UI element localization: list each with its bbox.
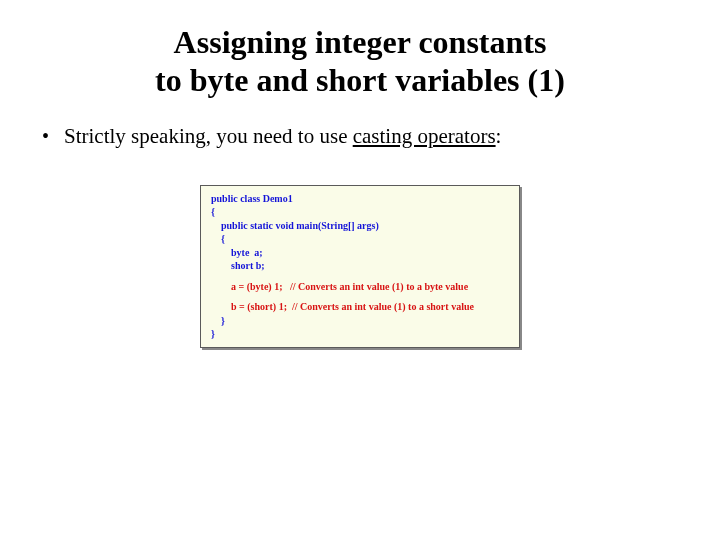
page-title: Assigning integer constants to byte and … bbox=[40, 24, 680, 100]
code-line: } bbox=[211, 327, 509, 341]
bullet-suffix: : bbox=[496, 124, 502, 148]
code-box: public class Demo1 { public static void … bbox=[200, 185, 520, 348]
code-line: } bbox=[211, 314, 509, 328]
code-line: public class Demo1 bbox=[211, 192, 509, 206]
title-line-1: Assigning integer constants bbox=[174, 24, 547, 60]
slide: Assigning integer constants to byte and … bbox=[0, 0, 720, 540]
title-line-2: to byte and short variables (1) bbox=[155, 62, 565, 98]
bullet-dot-icon: • bbox=[42, 126, 64, 146]
bullet-item: • Strictly speaking, you need to use cas… bbox=[40, 124, 680, 149]
code-box-container: public class Demo1 { public static void … bbox=[40, 185, 680, 348]
code-line: { bbox=[211, 205, 509, 219]
code-line-highlight: a = (byte) 1; // Converts an int value (… bbox=[211, 280, 509, 294]
bullet-text: Strictly speaking, you need to use casti… bbox=[64, 124, 501, 149]
bullet-underlined: casting operators bbox=[353, 124, 496, 148]
bullet-prefix: Strictly speaking, you need to use bbox=[64, 124, 353, 148]
code-line: public static void main(String[] args) bbox=[211, 219, 509, 233]
code-line: { bbox=[211, 232, 509, 246]
code-line: byte a; bbox=[211, 246, 509, 260]
code-line-highlight: b = (short) 1; // Converts an int value … bbox=[211, 300, 509, 314]
code-line: short b; bbox=[211, 259, 509, 273]
